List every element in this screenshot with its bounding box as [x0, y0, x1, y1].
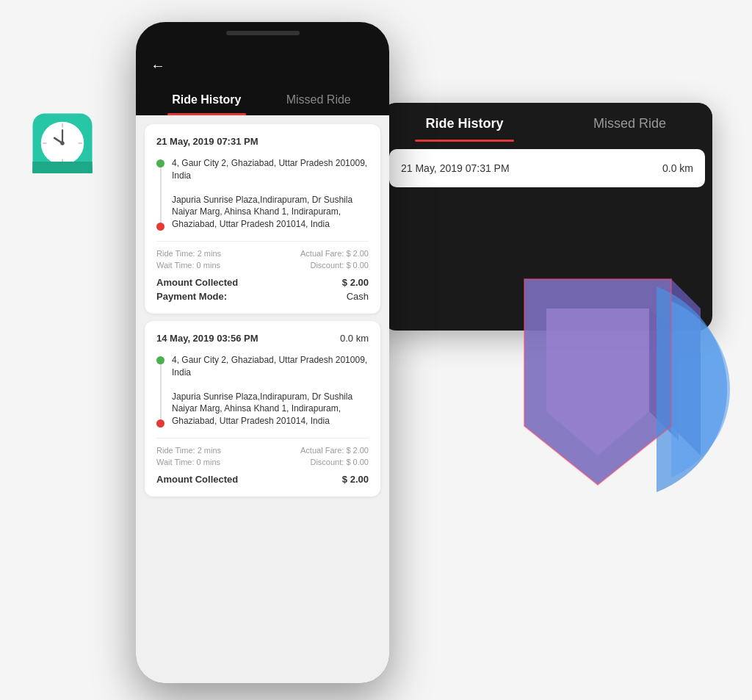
- ride-list: 21 May, 2019 07:31 PM 4, Gaur City 2, Gh…: [136, 115, 389, 683]
- phone-front: ← Ride History Missed Ride 21 May, 2019 …: [136, 22, 389, 683]
- ride-2-date: 14 May, 2019 03:56 PM: [156, 333, 258, 344]
- ride-2-route: 4, Gaur City 2, Ghaziabad, Uttar Pradesh…: [156, 354, 369, 427]
- route-dots-1: [156, 157, 164, 231]
- decorative-3d-shape: [480, 264, 730, 514]
- ride-1-wait-time: Wait Time: 0 mins: [156, 261, 220, 270]
- ride-card-2: 14 May, 2019 03:56 PM 0.0 km 4, Gaur Cit…: [145, 321, 380, 497]
- origin-dot-2: [156, 356, 164, 364]
- back-ride-row: 21 May, 2019 07:31 PM 0.0 km: [401, 162, 693, 174]
- front-tab-ride-history[interactable]: Ride History: [151, 82, 263, 115]
- ride-1-from: 4, Gaur City 2, Ghaziabad, Uttar Pradesh…: [172, 157, 369, 188]
- ride-2-from: 4, Gaur City 2, Ghaziabad, Uttar Pradesh…: [172, 354, 369, 385]
- svg-point-9: [60, 141, 64, 145]
- ride-card-2-header: 14 May, 2019 03:56 PM 0.0 km: [156, 333, 369, 344]
- ride-2-discount: Discount: $ 0.00: [310, 458, 369, 466]
- ride-1-actual-fare: Actual Fare: $ 2.00: [300, 249, 369, 258]
- ride-card-1-header: 21 May, 2019 07:31 PM: [156, 136, 369, 147]
- ride-2-amount-label: Amount Collected: [156, 474, 238, 485]
- back-button[interactable]: ←: [151, 57, 375, 74]
- ride-1-payment-value: Cash: [347, 291, 369, 302]
- divider-2: [156, 438, 369, 439]
- ride-2-amount-row: Amount Collected $ 2.00: [156, 474, 369, 485]
- route-line-1: [160, 167, 162, 223]
- ride-2-to: Japuria Sunrise Plaza,Indirapuram, Dr Su…: [172, 391, 369, 427]
- phone-header: ← Ride History Missed Ride: [136, 22, 389, 115]
- phone-screen: ← Ride History Missed Ride 21 May, 2019 …: [136, 22, 389, 683]
- divider-1: [156, 241, 369, 242]
- ride-1-payment-row: Payment Mode: Cash: [156, 291, 369, 302]
- ride-1-amount-label: Amount Collected: [156, 277, 238, 288]
- back-tab-ride-history[interactable]: Ride History: [382, 103, 547, 142]
- back-tab-missed-ride[interactable]: Missed Ride: [547, 103, 712, 142]
- ride-1-ride-time: Ride Time: 2 mins: [156, 249, 221, 258]
- svg-rect-13: [33, 165, 93, 173]
- ride-2-amount-value: $ 2.00: [342, 474, 369, 485]
- origin-dot-1: [156, 159, 164, 167]
- front-tab-missed-ride[interactable]: Missed Ride: [263, 82, 375, 115]
- ride-1-fare-row: Ride Time: 2 mins Actual Fare: $ 2.00: [156, 249, 369, 258]
- dest-dot-2: [156, 419, 164, 427]
- back-ride-km: 0.0 km: [662, 162, 693, 174]
- route-line-2: [160, 364, 162, 419]
- back-tab-bar: Ride History Missed Ride: [382, 103, 712, 142]
- clock-icon: [29, 110, 95, 176]
- ride-1-discount: Discount: $ 0.00: [310, 261, 369, 270]
- route-addresses-2: 4, Gaur City 2, Ghaziabad, Uttar Pradesh…: [172, 354, 369, 427]
- ride-2-actual-fare: Actual Fare: $ 2.00: [300, 446, 369, 455]
- front-tab-bar: Ride History Missed Ride: [151, 82, 375, 115]
- ride-1-payment-label: Payment Mode:: [156, 291, 227, 302]
- ride-1-amount-row: Amount Collected $ 2.00: [156, 277, 369, 288]
- ride-2-fare-row: Ride Time: 2 mins Actual Fare: $ 2.00: [156, 446, 369, 455]
- dest-dot-1: [156, 223, 164, 231]
- ride-1-date: 21 May, 2019 07:31 PM: [156, 136, 258, 147]
- ride-2-wait-time: Wait Time: 0 mins: [156, 458, 220, 466]
- ride-1-route: 4, Gaur City 2, Ghaziabad, Uttar Pradesh…: [156, 157, 369, 231]
- ride-2-wait-row: Wait Time: 0 mins Discount: $ 0.00: [156, 458, 369, 466]
- ride-1-amount-value: $ 2.00: [342, 277, 369, 288]
- route-addresses-1: 4, Gaur City 2, Ghaziabad, Uttar Pradesh…: [172, 157, 369, 231]
- ride-1-to: Japuria Sunrise Plaza,Indirapuram, Dr Su…: [172, 194, 369, 231]
- back-ride-date: 21 May, 2019 07:31 PM: [401, 162, 510, 174]
- back-card: 21 May, 2019 07:31 PM 0.0 km: [389, 149, 705, 187]
- route-dots-2: [156, 354, 164, 427]
- ride-2-km: 0.0 km: [340, 333, 369, 344]
- phone-notch: [226, 31, 300, 35]
- ride-card-1: 21 May, 2019 07:31 PM 4, Gaur City 2, Gh…: [145, 124, 380, 314]
- ride-2-ride-time: Ride Time: 2 mins: [156, 446, 221, 455]
- ride-1-wait-row: Wait Time: 0 mins Discount: $ 0.00: [156, 261, 369, 270]
